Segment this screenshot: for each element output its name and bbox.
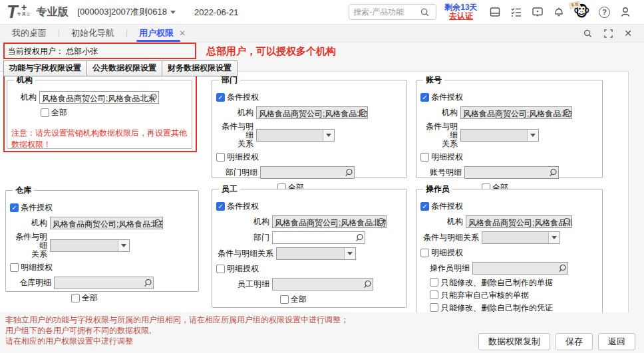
cond-relation-label: 条件与明细关系 [420, 233, 479, 242]
lookup-icon[interactable] [357, 108, 367, 118]
warehouse-detail-auth-row[interactable]: 明细授权 [10, 262, 194, 273]
operator-org-input[interactable]: 风格食品商贸公司;风格食品北京 [466, 215, 572, 228]
operator-option-row[interactable]: 只能弃审自己审核的单据 [430, 291, 598, 300]
tab-close-icon[interactable]: ✕ [179, 29, 186, 38]
dept-detail-auth-row[interactable]: 明细授权 [216, 152, 402, 163]
detail-auth-checkbox[interactable] [420, 153, 429, 162]
operator-cond-auth-row[interactable]: 条件授权 [420, 201, 598, 212]
org-input[interactable]: 风格食品商贸公司;风格食品北京 [39, 91, 159, 104]
warehouse-cond-auth-row[interactable]: 条件授权 [10, 202, 194, 213]
account-detail-input[interactable] [464, 166, 559, 179]
detail-auth-checkbox[interactable] [10, 263, 19, 272]
search-input[interactable] [353, 7, 420, 17]
all-checkbox[interactable] [71, 294, 80, 302]
lookup-icon[interactable] [354, 233, 365, 243]
service-mascot[interactable]: 🐵 客服 [573, 3, 590, 21]
cond-relation-select[interactable] [256, 129, 335, 142]
all-checkbox[interactable] [41, 108, 49, 117]
condition-auth-checkbox[interactable] [10, 203, 19, 212]
employee-cond-auth-row[interactable]: 条件授权 [216, 201, 402, 212]
lookup-icon[interactable] [561, 108, 571, 118]
subtab-function-field[interactable]: 功能与字段权限设置 [3, 60, 87, 76]
org-label: 机构 [11, 93, 37, 102]
operator-detail-input[interactable] [472, 262, 568, 275]
todo-list-icon[interactable] [510, 6, 522, 18]
operator-option-row[interactable]: 只能修改、删除自己制作的凭证 [430, 303, 598, 312]
detail-auth-checkbox[interactable] [216, 265, 225, 273]
account-org-input[interactable]: 风格食品商贸公司;风格食品北京 [460, 106, 572, 119]
warehouse-detail-input[interactable] [54, 277, 154, 289]
condition-auth-checkbox[interactable] [216, 202, 225, 211]
detail-auth-label: 明细授权 [21, 262, 53, 273]
org-all-checkbox-row[interactable]: 全部 [41, 107, 188, 118]
lookup-icon[interactable] [142, 278, 153, 289]
fullscreen-icon[interactable] [603, 29, 613, 39]
operator-detail-auth-row[interactable]: 明细授权 [420, 247, 598, 259]
org-input-value: 风格食品商贸公司;风格食品北京 [259, 109, 368, 118]
lookup-icon[interactable] [557, 263, 567, 274]
condition-auth-checkbox[interactable] [420, 202, 429, 211]
condition-auth-label: 条件授权 [227, 201, 259, 212]
tab-my-desktop[interactable]: 我的桌面 [0, 25, 59, 42]
back-button[interactable]: 返回 [598, 333, 635, 350]
lookup-icon[interactable] [152, 218, 162, 229]
tab-init-nav[interactable]: 初始化导航 [59, 25, 126, 42]
tplus-logo: T + 专属云 [7, 3, 31, 21]
account-cond-auth-row[interactable]: 条件授权 [420, 92, 598, 103]
cond-relation-select[interactable] [460, 129, 539, 142]
employee-org-input[interactable]: 风格食品商贸公司;风格食品北京 [272, 215, 387, 228]
dept-org-input[interactable]: 风格食品商贸公司;风格食品北京 [256, 106, 368, 119]
help-icon[interactable]: ? [599, 7, 610, 18]
lookup-icon[interactable] [362, 279, 373, 290]
dept-detail-input[interactable] [260, 166, 355, 179]
condition-auth-checkbox[interactable] [420, 93, 429, 102]
condition-auth-label: 条件授权 [431, 92, 463, 103]
org-input-value: 风格食品商贸公司;风格食品北京 [463, 109, 572, 118]
condition-auth-checkbox[interactable] [216, 93, 225, 102]
notification-bell-icon[interactable] [553, 6, 565, 18]
employee-detail-auth-row[interactable]: 明细授权 [216, 263, 402, 275]
tab-bar: 我的桌面 初始化导航 用户权限 ✕ ✕ [0, 25, 644, 43]
cond-relation-select[interactable] [276, 247, 356, 260]
save-button[interactable]: 保存 [556, 333, 593, 350]
footer-note-line: 请在相应的用户权限设置中进行调整 [5, 336, 349, 346]
dept-cond-auth-row[interactable]: 条件授权 [216, 92, 402, 103]
option-checkbox[interactable] [430, 291, 438, 299]
subtab-finance-data[interactable]: 财务数据权限设置 [162, 60, 238, 76]
account-switcher[interactable]: [000003]2007准则0618 [78, 6, 176, 18]
option-checkbox[interactable] [430, 278, 438, 287]
option-checkbox[interactable] [430, 303, 438, 312]
logo-letter: T [7, 3, 17, 21]
detail-auth-checkbox[interactable] [216, 153, 225, 162]
employee-dept-input[interactable] [272, 231, 365, 244]
cond-relation-select[interactable] [50, 239, 130, 252]
option-label: 只能弃审自己审核的单据 [441, 291, 529, 300]
lookup-icon[interactable] [343, 168, 354, 178]
warehouse-all-row[interactable]: 全部 [71, 293, 194, 304]
warehouse-org-input[interactable]: 风格食品商贸公司;风格食品北京 [50, 217, 163, 229]
search-icon[interactable] [420, 7, 430, 17]
cond-relation-label-line1: 条件与明细 [426, 122, 458, 140]
all-checkbox[interactable] [280, 295, 289, 304]
user-icon[interactable] [619, 6, 631, 18]
verify-link[interactable]: 去认证 [449, 12, 473, 21]
workbench-icon[interactable] [489, 6, 501, 18]
message-icon[interactable] [532, 6, 544, 18]
lookup-icon[interactable] [375, 217, 386, 227]
detail-auth-checkbox[interactable] [420, 249, 429, 257]
lookup-icon[interactable] [548, 168, 558, 178]
product-search[interactable] [349, 4, 436, 20]
lookup-icon[interactable] [148, 92, 158, 103]
operator-option-row[interactable]: 只能修改、删除自己制作的单据 [430, 278, 598, 288]
copy-data-permission-button[interactable]: 数据权限复制 [478, 333, 550, 350]
subtab-public-data[interactable]: 公共数据权限设置 [86, 60, 162, 76]
lookup-icon[interactable] [561, 217, 571, 227]
employee-detail-input[interactable] [272, 278, 373, 291]
account-detail-auth-row[interactable]: 明细授权 [420, 152, 598, 163]
form-panel: 机构 机构 风格食品商贸公司;风格食品北京 全部 注意：请先设置营销机 [0, 71, 629, 312]
cond-relation-select[interactable] [482, 231, 560, 244]
search-icon[interactable] [583, 29, 593, 39]
employee-all-row[interactable]: 全部 [280, 294, 402, 305]
tab-user-permissions[interactable]: 用户权限 ✕ [127, 25, 198, 42]
close-icon[interactable]: ✕ [624, 28, 632, 39]
